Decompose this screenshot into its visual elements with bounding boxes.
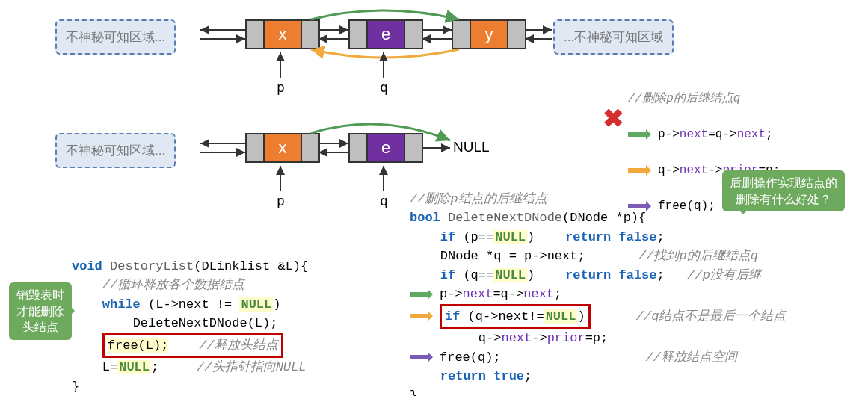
node-value: e	[368, 134, 404, 161]
code-text: ;	[151, 360, 158, 374]
node-value: x	[265, 134, 301, 161]
kw-while: while	[102, 297, 141, 312]
kw-if: if	[445, 309, 460, 324]
code-line-prior: q->next->prior=p;	[478, 331, 608, 345]
code-text: DeleteNextDNode(L);	[133, 316, 278, 330]
diagram2-knowable-left: 不神秘可知区域...	[55, 133, 176, 168]
code-text: (DNode *p){	[562, 211, 646, 225]
next-slot	[301, 134, 318, 161]
diagram2-node-x: x	[245, 133, 320, 163]
diagram1-knowable-left: 不神秘可知区域...	[55, 19, 176, 55]
code-text: ;	[656, 230, 664, 244]
cmt: //p没有后继	[687, 268, 761, 282]
diagram1-node-e: e	[348, 19, 423, 49]
fn-deletenextdnode: DeleteNextDNode	[448, 211, 562, 225]
diagram1-p-label: p	[277, 79, 285, 95]
code-text: }	[72, 380, 79, 394]
node-value: e	[368, 21, 404, 48]
callout-left-line2: 才能删除	[16, 305, 64, 318]
null-token: NULL	[117, 360, 151, 374]
callout-left-line3: 头结点	[22, 321, 58, 333]
null-token: NULL	[493, 268, 527, 282]
prior-slot	[247, 134, 265, 161]
red-x-icon: ✖	[603, 103, 624, 133]
cmt: //释放头结点	[199, 338, 277, 353]
code-text: (p==	[455, 230, 493, 244]
kw-return-false: return false	[565, 230, 656, 244]
code-text: )	[577, 309, 585, 324]
legend-title: //删除p的后继结点q	[628, 92, 740, 105]
code-text: free(q);	[440, 350, 501, 365]
cmt: //删除p结点的后继结点	[410, 192, 547, 206]
cmt: //循环释放各个数据结点	[102, 278, 244, 292]
region-text: 不神秘可知区域...	[66, 143, 165, 158]
redbox-free-head: free(L); //释放头结点	[102, 333, 283, 359]
cmt: //找到p的后继结点q	[638, 249, 758, 263]
fn-destorylist: DestoryList	[110, 259, 194, 273]
diagram2-node-e: e	[348, 133, 423, 163]
null-token: NULL	[544, 309, 578, 324]
code-text: }	[410, 389, 417, 397]
next-slot	[507, 21, 525, 48]
code-text: )	[273, 297, 280, 312]
code-right: //删除p结点的后继结点 bool DeleteNextDNode(DNode …	[410, 170, 786, 396]
diagram1-q-label: q	[380, 79, 388, 95]
prior-slot	[247, 21, 265, 48]
cmt: //q结点不是最后一个结点	[636, 309, 787, 324]
region-text: 不神秘可知区域...	[66, 30, 165, 44]
code-left: void DestoryList(DLinklist &L){ //循环释放各个…	[72, 238, 308, 396]
code-text: ;	[524, 369, 532, 383]
code-text: (q->next!=	[460, 309, 544, 324]
code-text: L=	[102, 360, 117, 374]
cmt: //释放结点空间	[645, 350, 736, 365]
code-text: ;	[656, 268, 664, 282]
cmt: //头指针指向NULL	[197, 360, 306, 374]
code-text: DNode *q = p->next;	[440, 249, 585, 263]
diagram1-node-x: x	[245, 19, 320, 49]
null-token: NULL	[239, 297, 273, 312]
code-text: free(L);	[108, 338, 169, 353]
legend-line-1: p->next=q->next;	[658, 128, 773, 141]
diagram1-node-y: y	[452, 19, 526, 49]
kw-if: if	[440, 230, 455, 244]
null-token: NULL	[493, 230, 527, 244]
kw-void: void	[72, 259, 102, 273]
diagram1-knowable-right: ...不神秘可知区域	[553, 19, 674, 55]
arrow-purple-icon	[410, 352, 437, 362]
code-text: )	[527, 230, 565, 244]
next-slot	[404, 21, 422, 48]
code-text: (L->next !=	[141, 297, 240, 312]
next-slot	[404, 134, 422, 161]
kw-return-true: return true	[440, 369, 524, 383]
kw-if: if	[440, 268, 455, 282]
code-text: )	[527, 268, 565, 282]
region-text: ...不神秘可知区域	[564, 30, 663, 44]
code-text: (q==	[455, 268, 493, 282]
callout-left: 销毁表时 才能删除 头结点	[9, 282, 72, 340]
node-value: y	[471, 21, 507, 48]
diagram2-p-label: p	[277, 193, 285, 208]
arrow-green-icon	[628, 129, 655, 140]
code-text: (DLinklist &L){	[194, 259, 308, 273]
diagram2-q-label: q	[380, 193, 388, 208]
code-line-pnext: p->next=q->next;	[440, 287, 561, 301]
prior-slot	[350, 134, 368, 161]
arrow-green-icon	[410, 289, 437, 300]
next-slot	[301, 21, 318, 48]
prior-slot	[453, 21, 471, 48]
kw-bool: bool	[410, 211, 440, 225]
arrow-yellow-icon	[410, 311, 437, 321]
kw-return-false: return false	[565, 268, 656, 282]
callout-left-line1: 销毁表时	[16, 288, 64, 301]
node-value: x	[265, 21, 301, 48]
redbox-if-qnext: if (q->next!=NULL)	[440, 304, 591, 330]
diagram2-null-label: NULL	[453, 139, 490, 155]
prior-slot	[350, 21, 368, 48]
